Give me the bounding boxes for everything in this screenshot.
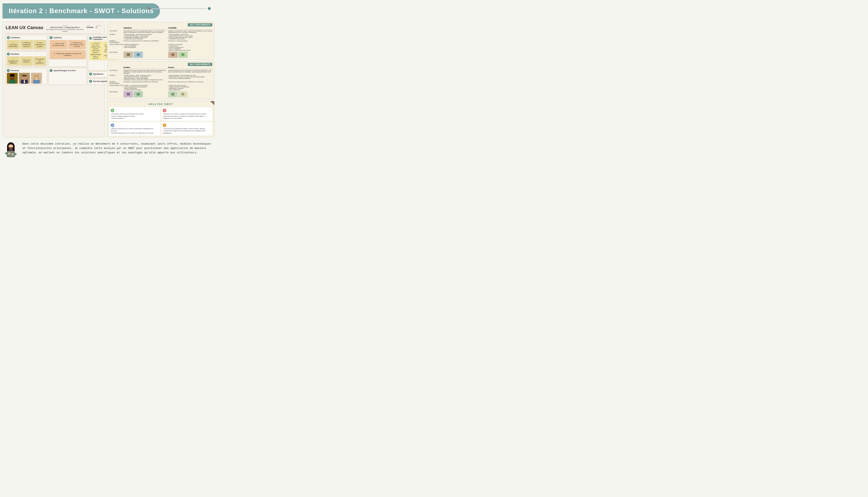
comp1-rupt-images-2 — [168, 52, 212, 58]
swot-s-text: • Conception centrée sur le leadership d… — [111, 113, 159, 119]
comp1-fonc-2: • Guides ex. Podcasts • Communauté • Rou… — [168, 44, 212, 51]
comp2-offres-1: • Version gratuite : Accès à quelques li… — [124, 75, 168, 81]
svg-point-54 — [12, 153, 14, 155]
svg-rect-29 — [127, 54, 129, 55]
num-8: 8 — [89, 80, 92, 83]
comp1-fonc-label: FONCTIONNALITÉS — [109, 44, 123, 51]
comp1-offres-1: • Version gratuite : Accès limité aux ro… — [124, 34, 168, 40]
comp1-img-2 — [134, 52, 143, 58]
sol-bottom-sticky: 3- Progression adaptée au rythme de l'ut… — [50, 50, 86, 59]
comp2-modele-2: Freemium ou abonnement de 0.99€/mois à 2… — [168, 81, 212, 84]
swot-o-text: • Marché croissant pour les outils de le… — [111, 128, 159, 134]
comp1-synthese-2: propose du coaching en plus, connecte le… — [168, 30, 212, 33]
num-3: 3 — [7, 69, 10, 72]
svg-rect-21 — [34, 75, 39, 77]
canvas-title: LEAN UX Canvas — [5, 25, 43, 30]
svg-point-50 — [12, 147, 12, 148]
persona-1 — [7, 73, 18, 84]
comp2-offres-label: OFFRES — [109, 75, 123, 81]
comp2-synthese-label: SYNTHÈSE — [109, 70, 123, 74]
res-sticky-2: 2-Taux de rétention — [20, 56, 33, 66]
persona-3 — [31, 73, 42, 84]
comp1-col2-header: CoachMe — [168, 27, 212, 30]
right-panel: SES CONCURRENTS Fabulous CoachMe SYNTHÈS… — [107, 22, 215, 137]
svg-point-17 — [25, 77, 25, 77]
resultats-section: 2 Résultats 1-Engagement utilisateur 2-T… — [5, 52, 47, 67]
res-sticky-3: 3-Feedback des utilisateurs — [33, 56, 46, 66]
comp1-rupt-images-1 — [124, 52, 168, 58]
num-7: 7 — [50, 69, 53, 72]
swot-w-label: W — [163, 109, 166, 112]
comp1-table: Fabulous CoachMe SYNTHÈSE Se positionne … — [109, 27, 212, 58]
problemes-section: 1 Problèmes 1 - Surcharge d'information … — [5, 35, 47, 50]
prob-sticky-2: 2- Défis du leadership moderne — [20, 40, 33, 49]
comp1-offres-2: • Version gratuite : Accès limité • Abon… — [168, 34, 212, 40]
comp2-offres-2: • Version gratuite : Fonctionnalités de … — [168, 75, 212, 81]
swot-o-label: O — [111, 123, 114, 127]
svg-point-3 — [10, 74, 15, 77]
progress-dot-1 — [148, 7, 150, 10]
swot-s: S • Conception centrée sur le leadership… — [109, 107, 160, 121]
num-5: 5 — [89, 37, 92, 40]
competitor-card-2: SES CONCURRENTS Koober Forest SYNTHÈSE P… — [107, 61, 215, 99]
comp1-img-3 — [168, 52, 178, 58]
num-1: 1 — [7, 36, 10, 39]
comp1-synthese-1: Se positionne comme une application basé… — [124, 30, 168, 33]
comp1-fonc-1: • Routines quotidiennes • Suivi et stati… — [124, 44, 168, 51]
comp1-col1-header: Fabulous — [124, 27, 168, 30]
comp2-rupt-label: RUPTURES — [109, 91, 123, 97]
progress-dot-2 — [208, 7, 211, 10]
swot-s-label: S — [111, 109, 114, 112]
comp2-synthese-1: Propose des résumés de livres non-fictio… — [124, 70, 168, 74]
resultats-label: Résultats — [11, 53, 19, 55]
progress-line — [152, 8, 206, 9]
swot-t-text: • Concurrence des plateformes établies c… — [163, 128, 211, 134]
personas-row — [7, 73, 46, 84]
main-layout: LEAN UX Canvas Produit: APPLICATION " Le… — [0, 22, 217, 139]
apprentissages-section: 7 Apprentissages à en tirer — [48, 68, 87, 85]
page-wrapper: Itération 2 : Benchmark - SWOT - Solutio… — [0, 0, 217, 166]
comp1-synthese-label: SYNTHÈSE — [109, 30, 123, 33]
page-header: Itération 2 : Benchmark - SWOT - Solutio… — [2, 3, 160, 18]
svg-rect-23 — [38, 76, 39, 79]
personas-section: 3 Personas — [5, 68, 47, 85]
resultats-stickies: 1-Engagement utilisateur 2-Taux de réten… — [7, 56, 46, 66]
problemes-label: Problèmes — [11, 37, 20, 39]
comp1-img-4 — [178, 52, 188, 58]
swot-t: T • Concurrence des plateformes établies… — [161, 122, 212, 136]
corner-fold — [210, 101, 214, 105]
comp1-modele-label: MODÈLE ÉCONOMIQUE — [109, 40, 123, 43]
svg-rect-19 — [33, 80, 40, 84]
comp1-img-1 — [124, 52, 133, 58]
apprentissages-label: Apprentissages à en tirer — [53, 70, 76, 72]
comp2-fonc-1: • Koobs : Livre résumé en 30 minutes • R… — [124, 85, 168, 90]
svg-point-27 — [37, 77, 38, 77]
problemes-stickies: 1 - Surcharge d'information 2- Défis du … — [7, 40, 46, 49]
canvas-col2: 4 Solutions 1 - Parcours de formation ci… — [48, 35, 87, 85]
lean-canvas: LEAN UX Canvas Produit: APPLICATION " Le… — [2, 22, 105, 137]
sol-top-stickies: 1 - Parcours de formation ciblés 2- Ress… — [50, 40, 86, 49]
progress-area — [148, 7, 211, 10]
comp2-modele-1: Freemium ou abonnement de 9.99€/mois à 9… — [124, 81, 168, 84]
svg-point-16 — [23, 77, 24, 77]
canvas-meta: Date: 01/01/00 Itération: 2 — [87, 25, 101, 28]
swot-w: W • Nouveau sur le marché, manque de rec… — [161, 107, 212, 121]
prob-sticky-1: 1 - Surcharge d'information — [7, 40, 19, 49]
solutions-section: 4 Solutions 1 - Parcours de formation ci… — [48, 35, 87, 67]
prob-sticky-3: 3- Suivi inefficace du progrès — [33, 40, 46, 49]
girl-figure — [2, 142, 19, 166]
svg-point-26 — [36, 77, 36, 77]
svg-rect-33 — [171, 54, 174, 55]
comp2-rupt-images-1 — [124, 91, 168, 97]
comp2-rupt-images-2 — [168, 91, 212, 97]
comp2-fonc-label: FONCTIONNALITÉS — [109, 85, 123, 90]
svg-rect-35 — [182, 54, 184, 55]
svg-rect-41 — [171, 93, 174, 95]
canvas-col1: 1 Problèmes 1 - Surcharge d'information … — [5, 35, 47, 85]
solutions-label: Solutions — [53, 37, 62, 39]
num-4: 4 — [50, 36, 53, 39]
svg-rect-31 — [137, 54, 139, 55]
sol-sticky-2: 2- Ressources accessibles à tout moment — [68, 40, 86, 49]
comp2-col1-header: Koober — [124, 66, 168, 69]
bottom-area: Dans cette deuxième itération, je réalis… — [0, 139, 217, 166]
